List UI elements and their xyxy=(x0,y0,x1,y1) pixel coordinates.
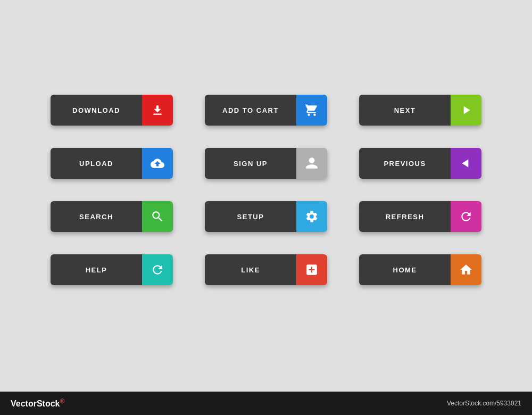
help-label: HELP xyxy=(51,254,142,285)
download-label: DOWNLOAD xyxy=(51,95,142,126)
download-button[interactable]: DOWNLOAD xyxy=(51,95,173,126)
previous-icon xyxy=(451,148,481,179)
gear-icon xyxy=(296,201,327,232)
next-icon xyxy=(451,95,481,126)
upload-button[interactable]: UPLOAD xyxy=(51,148,173,179)
setup-label: SETUP xyxy=(205,201,296,232)
search-label: SEARCH xyxy=(51,201,142,232)
refresh-label: REFRESH xyxy=(359,201,451,232)
add-to-cart-label: ADD TO CART xyxy=(205,95,296,126)
user-icon xyxy=(296,148,327,179)
next-label: NEXT xyxy=(359,95,451,126)
search-icon xyxy=(142,201,173,232)
home-button[interactable]: HOME xyxy=(359,254,481,285)
footer: VectorStock® VectorStock.com/5933021 xyxy=(0,392,532,415)
logo-text: VectorStock xyxy=(11,400,60,409)
previous-button[interactable]: PREVIOUS xyxy=(359,148,481,179)
like-button[interactable]: LIKE xyxy=(205,254,327,285)
buttons-grid: DOWNLOAD ADD TO CART NEXT UPLOAD xyxy=(51,95,481,297)
home-label: HOME xyxy=(359,254,451,285)
registered-mark: ® xyxy=(60,397,64,405)
add-to-cart-button[interactable]: ADD TO CART xyxy=(205,95,327,126)
like-label: LIKE xyxy=(205,254,296,285)
upload-icon xyxy=(142,148,173,179)
home-icon xyxy=(451,254,481,285)
refresh-button[interactable]: REFRESH xyxy=(359,201,481,232)
footer-url: VectorStock.com/5933021 xyxy=(447,400,521,407)
help-button[interactable]: HELP xyxy=(51,254,173,285)
next-button[interactable]: NEXT xyxy=(359,95,481,126)
upload-label: UPLOAD xyxy=(51,148,142,179)
like-icon xyxy=(296,254,327,285)
cart-icon xyxy=(296,95,327,126)
help-icon xyxy=(142,254,173,285)
previous-label: PREVIOUS xyxy=(359,148,451,179)
main-area: DOWNLOAD ADD TO CART NEXT UPLOAD xyxy=(0,0,532,392)
footer-logo: VectorStock® xyxy=(11,397,64,409)
search-button[interactable]: SEARCH xyxy=(51,201,173,232)
setup-button[interactable]: SETUP xyxy=(205,201,327,232)
sign-up-label: SIGN UP xyxy=(205,148,296,179)
download-icon xyxy=(142,95,173,126)
refresh-icon xyxy=(451,201,481,232)
sign-up-button[interactable]: SIGN UP xyxy=(205,148,327,179)
